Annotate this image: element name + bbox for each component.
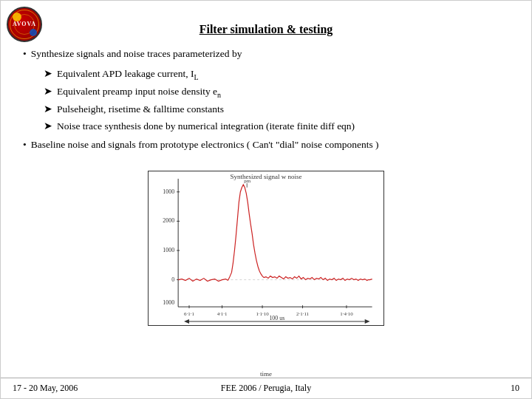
bullet-2-text: Baseline noise and signals from prototyp… xyxy=(31,137,379,153)
bullet-dot-1: • xyxy=(23,47,27,62)
main-bullet-1: • Synthesize signals and noise traces pa… xyxy=(23,47,509,62)
bullet-1-text: Synthesize signals and noise traces para… xyxy=(31,47,242,62)
main-content: Filter simulation & testing • Synthesize… xyxy=(1,1,531,378)
svg-text:4·1·1: 4·1·1 xyxy=(217,311,228,316)
sub-bullets-1: ➤ Equivalent APD leakage current, IL ➤ E… xyxy=(44,66,509,134)
footer: 17 - 20 May, 2006 FEE 2006 / Perugia, It… xyxy=(1,378,531,398)
svg-text:1·1·10: 1·1·10 xyxy=(256,311,269,316)
footer-right: 10 xyxy=(350,383,519,394)
svg-text:2000: 2000 xyxy=(163,217,174,224)
svg-marker-23 xyxy=(184,319,189,324)
svg-text:0: 0 xyxy=(171,276,174,283)
slide-title: Filter simulation & testing xyxy=(23,23,509,36)
chart-area: signal amplitude (arb. units) Synthesize… xyxy=(23,165,509,363)
logo-icon: AVOVA xyxy=(7,7,42,42)
slide-container: AVOVA Filter simulation & testing • Synt… xyxy=(0,0,532,399)
main-bullet-2: • Baseline noise and signals from protot… xyxy=(23,137,509,153)
sub-bullet-1-3-text: Pulseheight, risetime & falltime constan… xyxy=(57,102,224,117)
svg-text:2·1·11: 2·1·11 xyxy=(296,311,310,316)
svg-marker-24 xyxy=(365,319,370,324)
arrow-1: ➤ xyxy=(44,66,52,82)
sub-bullet-1-2: ➤ Equivalent preamp input noise density … xyxy=(44,84,509,100)
arrow-4: ➤ xyxy=(44,119,52,134)
arrow-3: ➤ xyxy=(44,102,52,117)
svg-text:1000: 1000 xyxy=(163,299,174,306)
chart-container: Synthesized signal w noise 1000 2000 100… xyxy=(148,171,384,326)
arrow-2: ➤ xyxy=(44,84,52,100)
svg-text:6·1·1: 6·1·1 xyxy=(184,311,194,316)
footer-left: 17 - 20 May, 2006 xyxy=(13,383,182,394)
svg-text:1000: 1000 xyxy=(163,247,174,253)
sub-bullet-1-3: ➤ Pulseheight, risetime & falltime const… xyxy=(44,102,509,117)
bullet-section: • Synthesize signals and noise traces pa… xyxy=(23,47,509,157)
footer-center: FEE 2006 / Perugia, Italy xyxy=(182,383,351,394)
sub-bullet-1-1-text: Equivalent APD leakage current, IL xyxy=(57,66,199,83)
chart-svg: 1000 2000 1000 0 1000 6·1·1 4·1 xyxy=(149,171,383,325)
sub-bullet-1-2-text: Equivalent preamp input noise density en xyxy=(57,84,221,100)
svg-text:100 us: 100 us xyxy=(269,315,284,321)
svg-text:1000: 1000 xyxy=(163,188,174,195)
bullet-dot-2: • xyxy=(23,137,27,153)
sub-bullet-1-4: ➤ Noise trace synthesis done by numerica… xyxy=(44,119,509,134)
logo-text: AVOVA xyxy=(13,21,36,28)
x-axis-label: time xyxy=(260,370,272,378)
sub-bullet-1-4-text: Noise trace synthesis done by numerical … xyxy=(57,119,355,134)
logo-area: AVOVA xyxy=(7,7,44,44)
svg-text:1·4·10: 1·4·10 xyxy=(340,311,353,316)
sub-bullet-1-1: ➤ Equivalent APD leakage current, IL xyxy=(44,66,509,83)
chart-title: Synthesized signal w noise xyxy=(230,173,301,180)
